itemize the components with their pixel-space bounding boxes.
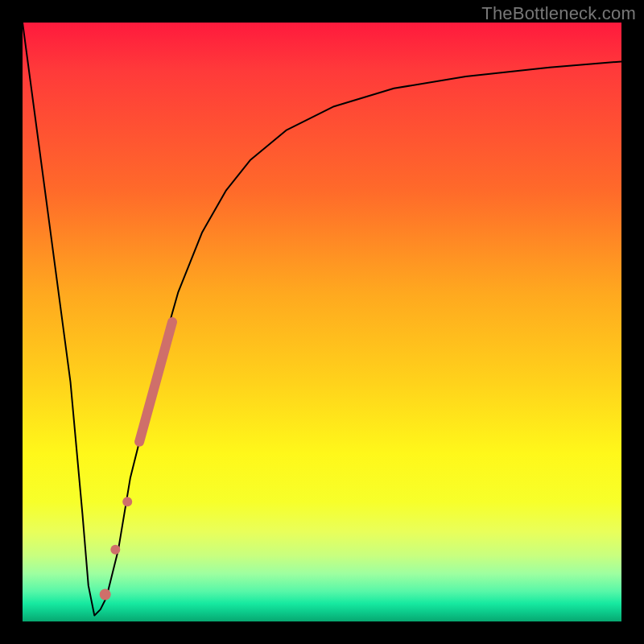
- dot-2: [110, 545, 120, 555]
- curve-path: [23, 23, 621, 616]
- chart-frame: TheBottleneck.com: [0, 0, 644, 644]
- chart-svg: [23, 23, 621, 621]
- curve-layer: [23, 23, 621, 616]
- dot-3: [100, 589, 111, 601]
- plot-area: [23, 23, 621, 621]
- marker-layer: [100, 322, 172, 601]
- watermark-text: TheBottleneck.com: [481, 3, 636, 24]
- dot-1: [122, 497, 132, 506]
- thick-segment: [139, 322, 172, 442]
